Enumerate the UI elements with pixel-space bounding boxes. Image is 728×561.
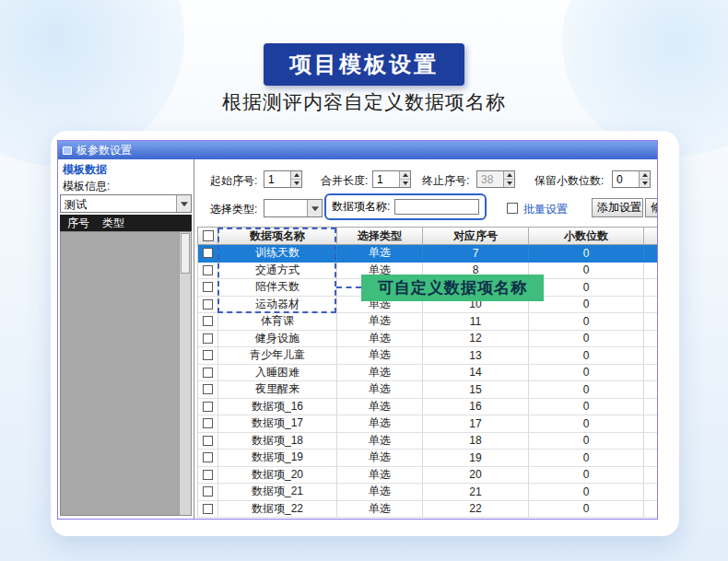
cell-decimals: 0 [529, 415, 644, 433]
template-select[interactable]: 测试 [60, 194, 192, 213]
modify-setting-button[interactable]: 修改 [645, 198, 658, 217]
chevron-down-icon[interactable] [307, 200, 322, 216]
row-checkbox[interactable] [203, 470, 213, 480]
cell-decimals: 0 [529, 297, 644, 314]
sidebar-scrollbar-thumb[interactable] [181, 233, 190, 274]
table-row[interactable]: 入睡困难 单选 14 0 [197, 365, 658, 382]
cell-decimals: 0 [529, 331, 644, 348]
row-checkbox[interactable] [203, 368, 213, 378]
table-row[interactable]: 数据项_20 单选 20 0 [197, 467, 658, 485]
select-all-checkbox[interactable] [203, 230, 214, 241]
table-header-row: 数据项名称 选择类型 对应序号 小数位数 [197, 227, 658, 245]
row-checkbox-cell [198, 399, 218, 416]
row-checkbox[interactable] [203, 452, 213, 462]
merge-length-spinner[interactable]: 1 [372, 170, 411, 188]
spinner-arrows[interactable] [399, 171, 410, 187]
sidebar-section-template-data[interactable]: 模板数据 [63, 162, 107, 178]
row-checkbox[interactable] [203, 384, 213, 394]
table-row[interactable]: 数据项_17 单选 17 0 [197, 415, 658, 433]
cell-index: 17 [423, 415, 529, 433]
cell-select-type: 单选 [337, 467, 423, 485]
table-row[interactable]: 夜里醒来 单选 15 0 [197, 381, 658, 399]
cell-data-item-name: 数据项_19 [218, 450, 337, 467]
spin-up-icon [504, 171, 514, 180]
spin-down-icon[interactable] [400, 180, 410, 187]
header-select-type[interactable]: 选择类型 [337, 228, 423, 245]
sidebar-column-type: 类型 [102, 216, 124, 231]
cell-data-item-name: 数据项_17 [218, 415, 337, 433]
row-checkbox[interactable] [203, 333, 213, 344]
cell-index: 16 [423, 399, 529, 416]
row-checkbox[interactable] [203, 486, 213, 497]
row-checkbox[interactable] [203, 248, 213, 258]
select-type-label: 选择类型: [210, 202, 257, 217]
cell-extra [644, 365, 658, 382]
merge-length-value[interactable]: 1 [373, 171, 399, 187]
spin-up-icon[interactable] [640, 171, 650, 180]
row-checkbox[interactable] [203, 504, 213, 514]
row-checkbox[interactable] [203, 316, 213, 326]
header-decimals[interactable]: 小数位数 [529, 228, 644, 245]
table-row[interactable]: 数据项_19 单选 19 0 [197, 450, 658, 467]
batch-settings-label[interactable]: 批量设置 [523, 202, 568, 217]
header-data-item-name[interactable]: 数据项名称 [218, 228, 337, 245]
row-checkbox-cell [198, 467, 218, 485]
table-row[interactable]: 训练天数 单选 7 0 [197, 245, 658, 263]
table-row[interactable]: 数据项_22 单选 22 0 [197, 501, 658, 519]
row-checkbox-cell [198, 331, 218, 348]
row-checkbox[interactable] [203, 402, 213, 412]
cell-decimals: 0 [529, 245, 644, 263]
cell-select-type: 单选 [337, 501, 423, 519]
batch-settings-checkbox[interactable] [507, 203, 518, 214]
header-index[interactable]: 对应序号 [423, 228, 529, 245]
cell-select-type: 单选 [337, 399, 423, 416]
row-checkbox[interactable] [203, 299, 213, 310]
decimal-places-label: 保留小数位数: [534, 173, 604, 189]
cell-decimals: 0 [529, 450, 644, 467]
spinner-arrows[interactable] [290, 171, 301, 187]
header-checkbox-cell [198, 228, 218, 245]
row-checkbox[interactable] [203, 282, 213, 292]
table-row[interactable]: 体育课 单选 11 0 [197, 313, 658, 331]
window-titlebar[interactable]: 板参数设置 [58, 141, 657, 159]
data-item-name-input[interactable] [394, 199, 479, 215]
table-row[interactable]: 数据项_21 单选 21 0 [197, 484, 658, 501]
spin-up-icon[interactable] [400, 171, 410, 180]
start-index-spinner[interactable]: 1 [264, 170, 302, 188]
cell-select-type: 单选 [337, 347, 423, 365]
chevron-down-icon[interactable] [176, 195, 191, 212]
sidebar-scrollbar[interactable] [179, 232, 191, 515]
table-row[interactable]: 数据项_16 单选 16 0 [197, 399, 658, 416]
cell-data-item-name: 陪伴天数 [218, 279, 337, 297]
start-index-label: 起始序号: [210, 173, 257, 189]
spin-down-icon[interactable] [291, 180, 301, 187]
select-type-combo[interactable] [264, 199, 323, 217]
spin-down-icon[interactable] [640, 180, 650, 187]
decimal-places-spinner[interactable]: 0 [612, 170, 651, 188]
table-row[interactable]: 青少年儿童 单选 13 0 [197, 347, 658, 365]
spinner-arrows[interactable] [639, 171, 650, 187]
cell-index: 11 [423, 313, 529, 331]
main-panel: 起始序号: 1 合并长度: 1 终止序号: 38 保留小数位数: 0 选择类型: [195, 159, 657, 519]
decimal-places-value[interactable]: 0 [613, 171, 639, 187]
table-row[interactable]: 数据项_18 单选 18 0 [197, 433, 658, 450]
add-setting-button[interactable]: 添加设置 [592, 198, 643, 217]
cell-data-item-name: 入睡困难 [218, 365, 337, 382]
cell-extra [644, 484, 658, 501]
cell-select-type: 单选 [337, 365, 423, 382]
cell-decimals: 0 [529, 313, 644, 331]
row-checkbox[interactable] [203, 418, 213, 428]
sidebar-column-index: 序号 [60, 216, 102, 231]
row-checkbox[interactable] [203, 350, 213, 360]
sidebar: 模板数据 模板信息: 测试 序号 类型 [58, 159, 194, 519]
cell-decimals: 0 [529, 279, 644, 297]
cell-data-item-name: 夜里醒来 [218, 381, 337, 399]
row-checkbox[interactable] [203, 436, 213, 446]
start-index-value[interactable]: 1 [264, 171, 290, 187]
row-checkbox[interactable] [203, 265, 213, 275]
cell-index: 7 [423, 245, 529, 263]
spin-up-icon[interactable] [291, 171, 301, 180]
end-index-value: 38 [477, 171, 503, 187]
table-row[interactable]: 健身设施 单选 12 0 [197, 331, 658, 348]
spin-down-icon [504, 180, 514, 187]
